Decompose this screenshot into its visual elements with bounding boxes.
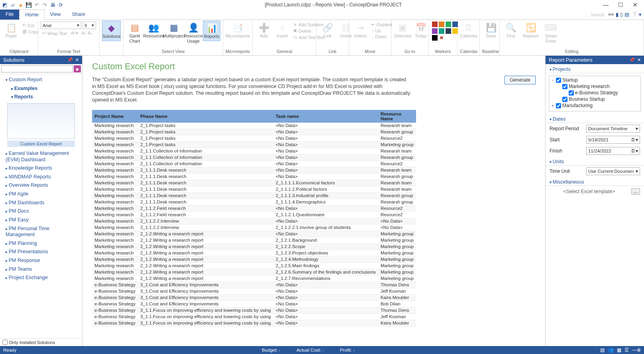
indent-button[interactable]: ⇥Indent: [351, 21, 369, 40]
table-row[interactable]: Marketing research2_1.1.1.Desk research2…: [92, 186, 416, 192]
report-thumbnail[interactable]: [7, 103, 75, 139]
project-tree-item[interactable]: −Startup: [550, 77, 640, 83]
cut-button[interactable]: ✂ Cut: [21, 22, 40, 28]
project-checkbox[interactable]: [569, 90, 574, 96]
solutions-button[interactable]: ◆Solutions: [102, 21, 121, 41]
finish-date-input[interactable]: 11/24/2022🗓▾: [586, 147, 640, 155]
section-units[interactable]: Units: [546, 156, 644, 166]
report-period-select[interactable]: Document Timeline▾: [586, 125, 640, 133]
wrap-text-button[interactable]: ↩ Wrap Text Aᵇ▾ A↑ A↓: [41, 30, 94, 36]
tree-examples[interactable]: Examples: [0, 84, 82, 93]
print-icon[interactable]: 🖶: [49, 2, 56, 8]
pin-icon[interactable]: 📌: [67, 57, 73, 63]
font-size-select[interactable]: 9▾: [82, 22, 96, 29]
paste-button[interactable]: 📋Paste: [2, 21, 20, 40]
tree-category[interactable]: PM Agile: [0, 190, 82, 199]
help-icon[interactable]: ❔: [631, 12, 637, 18]
table-row[interactable]: Marketing research2_1.2.Writing a resear…: [92, 275, 416, 282]
search-placeholder[interactable]: Search: [589, 12, 606, 18]
section-misc[interactable]: Miscellaneous: [546, 177, 644, 186]
table-row[interactable]: Marketing research2_1.1.Collection of in…: [92, 148, 416, 154]
maximize-icon[interactable]: ☐: [618, 2, 623, 8]
tree-category[interactable]: Project Exchange: [0, 274, 82, 282]
tab-file[interactable]: File: [0, 10, 19, 20]
tree-category[interactable]: PM Easy: [0, 216, 82, 225]
tree-category[interactable]: PM Teams: [0, 265, 82, 274]
tree-category[interactable]: Overview Reports: [0, 181, 82, 190]
table-row[interactable]: Marketing research2_1.Project tasks<No D…: [92, 129, 416, 135]
table-row[interactable]: Marketing research2_1.1.Collection of in…: [92, 154, 416, 160]
table-row[interactable]: Marketing research2_1.1.Collection of in…: [92, 160, 416, 167]
table-row[interactable]: Marketing research2_1.1.2.2.Interview2_1…: [92, 224, 416, 231]
insert-button[interactable]: ⎀Insert: [273, 21, 291, 40]
table-row[interactable]: Marketing research2_1.1.1.Desk research<…: [92, 167, 416, 173]
binoculars-icon[interactable]: 👓: [608, 12, 614, 18]
project-tree-item[interactable]: Marketing research: [550, 83, 640, 90]
project-checkbox[interactable]: [562, 84, 567, 89]
solutions-search-input[interactable]: [1, 65, 73, 72]
status-zoom-icon[interactable]: —⊕: [632, 347, 641, 353]
table-row[interactable]: Marketing research2_1.2.Writing a resear…: [92, 262, 416, 269]
table-row[interactable]: Marketing research2_1.Project tasks<No D…: [92, 135, 416, 141]
time-unit-select[interactable]: Use Current Documen▾: [586, 167, 640, 175]
multiproject-button[interactable]: ▦Multiproject: [164, 21, 184, 40]
redo-icon[interactable]: ↷: [41, 2, 48, 8]
tab-home[interactable]: Home: [19, 10, 44, 20]
table-row[interactable]: e-Business Strategy3_1.Cost and Efficien…: [92, 301, 416, 307]
project-tree-item[interactable]: e-Business Strategy: [550, 90, 640, 96]
table-row[interactable]: Marketing research2_1.Project tasks<No D…: [92, 141, 416, 148]
calendar-button[interactable]: 🗓Calendar: [460, 21, 477, 40]
project-tree-item[interactable]: +Manufacturing: [550, 102, 640, 109]
status-view4-icon[interactable]: ☰: [624, 347, 629, 353]
template-select[interactable]: <Select Excel template>: [550, 189, 629, 194]
panel-close-icon[interactable]: ✕: [637, 57, 641, 63]
table-row[interactable]: e-Business Strategy3_1.Cost and Efficien…: [92, 294, 416, 301]
font-family-select[interactable]: Arial▾: [41, 22, 81, 29]
link-button[interactable]: 🔗Link: [319, 21, 336, 40]
table-row[interactable]: Marketing research2_1.1.2.Field research…: [92, 205, 416, 211]
tree-category[interactable]: MINDMAP Reports: [0, 173, 82, 182]
goto-selected-button[interactable]: ▣Selected: [394, 21, 411, 40]
template-browse-button[interactable]: …: [631, 188, 640, 195]
table-row[interactable]: Marketing research2_1.2.Writing a resear…: [92, 237, 416, 243]
close-icon[interactable]: ✕: [633, 2, 638, 8]
status-view3-icon[interactable]: ▦: [617, 347, 621, 353]
new-icon[interactable]: ▱: [10, 2, 16, 8]
table-row[interactable]: Marketing research2_1.2.Writing a resear…: [92, 243, 416, 250]
tree-category[interactable]: PM Dashboards: [0, 199, 82, 207]
table-row[interactable]: Marketing research2_1.2.Writing a resear…: [92, 250, 416, 256]
baseline-save-button[interactable]: 💾Save: [482, 21, 500, 40]
refresh-icon[interactable]: ⟳: [57, 2, 64, 8]
table-row[interactable]: e-Business Strategy3_1.1.Focus on improv…: [92, 313, 416, 320]
project-checkbox[interactable]: [556, 103, 561, 108]
layout3-icon[interactable]: ▤: [624, 12, 629, 18]
resources-button[interactable]: 👥Resources: [144, 21, 163, 40]
table-row[interactable]: Marketing research2_1.1.1.Desk research2…: [92, 180, 416, 186]
tree-category[interactable]: PM Response: [0, 256, 82, 265]
tree-custom-report[interactable]: Custom Report: [0, 76, 82, 84]
find-button[interactable]: 🔍Find: [502, 21, 520, 40]
project-checkbox[interactable]: [562, 97, 567, 102]
resource-usage-button[interactable]: 👤Resource Usage: [185, 21, 202, 45]
table-row[interactable]: Marketing research2_1.Project tasks<No D…: [92, 123, 416, 129]
markers-palette[interactable]: ✖: [431, 21, 459, 41]
copy-button[interactable]: 🗐 Copy: [21, 29, 40, 35]
add-button[interactable]: ➕Add: [255, 21, 273, 40]
table-row[interactable]: e-Business Strategy3_1.Cost and Efficien…: [92, 282, 416, 288]
pin-icon[interactable]: 📌: [629, 57, 635, 63]
generate-button[interactable]: Generate: [505, 76, 536, 84]
solutions-search-button[interactable]: ◆: [74, 65, 81, 72]
tab-view[interactable]: View: [45, 10, 67, 20]
goto-today-button[interactable]: 📅Today: [412, 21, 430, 40]
only-installed-checkbox[interactable]: [2, 340, 8, 345]
move-up-button[interactable]: ↑ Up: [370, 28, 394, 33]
table-row[interactable]: Marketing research2_1.1.1.Desk research2…: [92, 199, 416, 205]
outdent-button[interactable]: ⇤ Outdent: [370, 22, 394, 27]
undo-icon[interactable]: ↶: [33, 2, 40, 8]
section-dates[interactable]: Dates: [546, 114, 644, 123]
table-row[interactable]: Marketing research2_1.1.2.Field research…: [92, 211, 416, 218]
replace-button[interactable]: 🔁Replace: [520, 21, 541, 40]
table-row[interactable]: Marketing research2_1.1.2.2.Interview<No…: [92, 218, 416, 224]
minimize-icon[interactable]: —: [603, 2, 609, 8]
status-view1-icon[interactable]: ▤: [600, 347, 605, 353]
